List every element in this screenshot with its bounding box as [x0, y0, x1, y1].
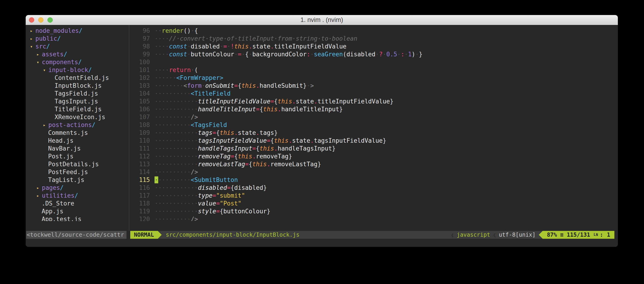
tree-collapsed-arrow-icon[interactable]: ▸ [30, 27, 36, 35]
chevron-left-icon: ❮ [451, 232, 454, 238]
terminal-window: 1. nvim . (nvim) ▸node_modules/▸public/▾… [26, 15, 618, 247]
code-line[interactable]: 105············titleInputFieldValue={thi… [129, 97, 618, 105]
editor-pane[interactable]: 96··render()·{97····//·convert·type·of·t… [129, 25, 618, 221]
tree-collapsed-arrow-icon[interactable]: ▸ [36, 50, 42, 58]
tree-item-file[interactable]: TagList.js [26, 176, 129, 184]
tree-item-dir[interactable]: ▸assets/ [26, 50, 129, 58]
tree-item-file[interactable]: TitleField.js [26, 105, 129, 113]
tree-item-file[interactable]: App.js [26, 207, 129, 215]
line-number: 114 [129, 168, 150, 176]
code-line[interactable]: 115··········<SubmitButton [129, 176, 618, 184]
tree-item-file[interactable]: InputBlock.js [26, 82, 129, 90]
tree-item-file[interactable]: Head.js [26, 137, 129, 144]
titlebar[interactable]: 1. nvim . (nvim) [26, 15, 618, 25]
scroll-percent: 87% [547, 231, 557, 239]
line-number: 112 [129, 152, 150, 160]
tree-item-file[interactable]: .DS_Store [26, 199, 129, 207]
tree-item-dir[interactable]: ▾components/ [26, 58, 129, 66]
code-line[interactable]: 107··········/> [129, 113, 618, 121]
code-line[interactable]: 119············style={buttonColour} [129, 207, 618, 215]
code-line[interactable]: 99····const·buttonColour·=·{·backgroundC… [129, 50, 618, 58]
code-line[interactable]: 97····//·convert·type·of·titleInput·from… [129, 35, 618, 42]
line-number: 106 [129, 105, 150, 113]
tree-expanded-arrow-icon[interactable]: ▾ [43, 66, 48, 74]
tree-statusline: <tockwell/source-code/scattr [26, 231, 126, 239]
tree-expanded-arrow-icon[interactable]: ▾ [36, 58, 42, 66]
line-number: 107 [129, 113, 150, 121]
line-number-icon: LN [593, 231, 598, 238]
line-number: 120 [129, 215, 150, 221]
line-number: 110 [129, 137, 150, 144]
tree-item-file[interactable]: ContentField.js [26, 74, 129, 82]
code-line[interactable]: 116············disabled={disabled} [129, 184, 618, 192]
tree-item-file[interactable]: TagsField.js [26, 90, 129, 97]
code-line[interactable]: 112············removeTag={this.removeTag… [129, 152, 618, 160]
tree-item-dir[interactable]: ▾input-block/ [26, 66, 129, 74]
tree-collapsed-arrow-icon[interactable]: ▸ [43, 121, 48, 129]
command-line[interactable] [26, 239, 618, 247]
tree-collapsed-arrow-icon[interactable]: ▸ [30, 35, 36, 42]
code-line[interactable]: 111············handleTagsInput={this.han… [129, 144, 618, 152]
cursor: · [154, 176, 158, 183]
tree-item-file[interactable]: Comments.js [26, 129, 129, 137]
lines-icon: ≡ [560, 231, 563, 239]
line-number: 119 [129, 207, 150, 215]
line-number: 117 [129, 192, 150, 199]
line-number: 116 [129, 184, 150, 192]
terminal-body: ▸node_modules/▸public/▾src/▸assets/▾comp… [26, 25, 618, 247]
current-line-number: 115 [129, 176, 150, 184]
tree-item-dir[interactable]: ▸utilities/ [26, 192, 129, 199]
tree-item-dir[interactable]: ▸pages/ [26, 184, 129, 192]
code-line[interactable]: 108··········<TagsField [129, 121, 618, 129]
tree-expanded-arrow-icon[interactable]: ▾ [30, 42, 36, 50]
tree-item-file[interactable]: Post.js [26, 152, 129, 160]
code-line[interactable]: 109············tags={this.state.tags} [129, 129, 618, 137]
line-number: 109 [129, 129, 150, 137]
code-line[interactable]: 101····return·( [129, 66, 618, 74]
code-line[interactable]: 118············value="Post" [129, 199, 618, 207]
tree-items: ▸node_modules/▸public/▾src/▸assets/▾comp… [26, 27, 129, 221]
file-tree-pane[interactable]: ▸node_modules/▸public/▾src/▸assets/▾comp… [26, 25, 129, 221]
line-number: 100 [129, 58, 150, 66]
line-position: 115/131 [567, 231, 590, 239]
tree-item-file[interactable]: PostFeed.js [26, 168, 129, 176]
code-line[interactable]: 100 [129, 58, 618, 66]
statusbar: <tockwell/source-code/scattr NORMAL src/… [26, 231, 618, 239]
tree-item-dir[interactable]: ▸post-actions/ [26, 121, 129, 129]
position-indicator: 87% ≡ 115/131 LN : 1 [543, 231, 614, 239]
line-number: 98 [129, 42, 150, 50]
code-line[interactable]: 106············handleTitleInput={this.ha… [129, 105, 618, 113]
statusline-filepath: src/components/input-block/InputBlock.js [166, 232, 300, 238]
tree-item-dir[interactable]: ▾src/ [26, 42, 129, 50]
code-line[interactable]: 120··········/> [129, 215, 618, 221]
code-line[interactable]: 103········<form·onSubmit={this.handleSu… [129, 82, 618, 90]
chevron-left-icon: ❮ [493, 232, 496, 238]
tree-item-file[interactable]: XRemoveIcon.js [26, 113, 129, 121]
filetype-label: javascript [457, 232, 490, 238]
line-number: 113 [129, 160, 150, 168]
tree-item-file[interactable]: TagsInput.js [26, 97, 129, 105]
tree-item-dir[interactable]: ▸node_modules/ [26, 27, 129, 35]
code-line[interactable]: 114··········/> [129, 168, 618, 176]
line-number: 99 [129, 50, 150, 58]
code-line[interactable]: 110············tagsInputFieldValue={this… [129, 137, 618, 144]
line-number: 97 [129, 35, 150, 42]
tree-collapsed-arrow-icon[interactable]: ▸ [36, 192, 42, 199]
tree-item-file[interactable]: App.test.js [26, 215, 129, 221]
tree-item-file[interactable]: PostDetails.js [26, 160, 129, 168]
mode-indicator: NORMAL [130, 231, 158, 239]
line-number: 103 [129, 82, 150, 90]
code-line[interactable]: 117············type="submit" [129, 192, 618, 199]
colon-separator: : [600, 231, 603, 239]
editor-statusline: NORMAL src/components/input-block/InputB… [130, 231, 614, 239]
tree-collapsed-arrow-icon[interactable]: ▸ [36, 184, 42, 192]
code-line[interactable]: 98····const·disabled·=·!this.state.title… [129, 42, 618, 50]
code-line[interactable]: 104··········<TitleField [129, 90, 618, 97]
code-line[interactable]: 113············removeLastTag={this.remov… [129, 160, 618, 168]
powerline-arrow-right-icon [158, 231, 162, 239]
code-line[interactable]: 96··render()·{ [129, 27, 618, 35]
tree-item-file[interactable]: NavBar.js [26, 144, 129, 152]
tree-item-dir[interactable]: ▸public/ [26, 35, 129, 42]
column-number: 1 [607, 231, 610, 239]
code-line[interactable]: 102······<FormWrapper> [129, 74, 618, 82]
